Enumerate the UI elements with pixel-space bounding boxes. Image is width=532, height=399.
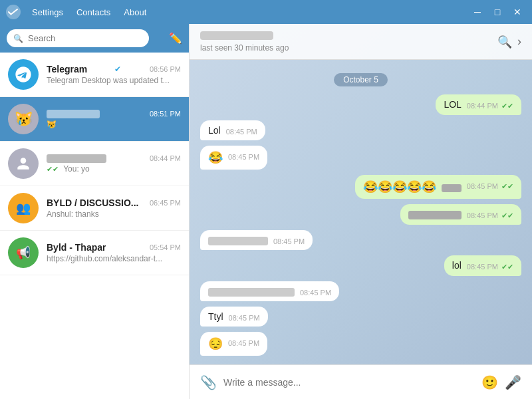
- chat-name-byld-group: BYLD / DISCUSSIO...: [47, 198, 138, 208]
- date-divider: October 5: [200, 73, 521, 85]
- chat-name-blurred2: [47, 154, 106, 163]
- chat-header-byld-channel: Byld - Thapar 05:54 PM: [47, 242, 181, 253]
- bubble-time: 08:45 PM ✔✔: [467, 263, 513, 271]
- emoji-picker-icon[interactable]: 🙂: [481, 374, 498, 390]
- message-row: 08:45 PM: [200, 230, 521, 250]
- contact-name-blurred: [200, 31, 273, 40]
- avatar-blurred2: [8, 148, 39, 179]
- bubble-sad-emoji: 😔 08:45 PM: [200, 332, 267, 356]
- search-bar: 🔍 ✏️: [0, 24, 189, 53]
- chat-item-blurred2[interactable]: 08:44 PM ✔✔ You: yo: [0, 142, 189, 186]
- chat-time-telegram: 08:56 PM: [150, 65, 181, 73]
- bubble-time: 08:45 PM: [228, 153, 259, 161]
- chat-header-info: last seen 30 minutes ago: [200, 31, 497, 53]
- bubble-blurred-incoming: 08:45 PM: [200, 230, 313, 250]
- chat-content-byld-channel: Byld - Thapar 05:54 PM https://github.co…: [47, 242, 181, 263]
- window-controls: ─ □ ✕: [468, 3, 527, 21]
- bubble-time: 08:45 PM: [229, 314, 260, 322]
- more-options-button[interactable]: ›: [517, 35, 521, 49]
- menu-bar: Settings Contacts About: [27, 5, 152, 20]
- chat-content-blurred1: 08:51 PM 😿: [47, 110, 181, 129]
- read-receipt-icon: ✔✔: [47, 165, 59, 173]
- messages-area: October 5 LOL 08:44 PM ✔✔ Lol 08:45 PM: [190, 60, 532, 364]
- voice-record-icon[interactable]: 🎤: [505, 374, 521, 390]
- date-label: October 5: [334, 73, 388, 86]
- app-logo: [5, 4, 21, 20]
- chat-content-blurred2: 08:44 PM ✔✔ You: yo: [47, 154, 181, 174]
- sidebar: 🔍 ✏️ Telegram ✔ 08:56 PM: [0, 24, 190, 399]
- blurred-content: [208, 237, 268, 245]
- input-bar: 📎 🙂 🎤: [190, 364, 532, 399]
- chat-header-actions: 🔍 ›: [497, 35, 521, 49]
- chat-header-telegram: Telegram ✔ 08:56 PM: [47, 64, 181, 74]
- chat-content-byld-group: BYLD / DISCUSSIO... 06:45 PM Anshul: tha…: [47, 198, 181, 219]
- chat-name-telegram: Telegram: [47, 64, 87, 74]
- message-input[interactable]: [223, 377, 475, 388]
- chat-header-blurred2: 08:44 PM: [47, 154, 181, 163]
- chat-name-byld-channel: Byld - Thapar: [47, 242, 106, 253]
- main-area: 🔍 ✏️ Telegram ✔ 08:56 PM: [0, 24, 532, 399]
- close-button[interactable]: ✕: [508, 3, 527, 21]
- avatar-telegram: [8, 59, 39, 90]
- message-row: 😂😂😂😂😂 08:45 PM ✔✔: [200, 175, 521, 199]
- message-row: 08:45 PM ✔✔: [200, 204, 521, 225]
- bubble-blurred-long: 08:45 PM: [200, 281, 339, 301]
- menu-contacts[interactable]: Contacts: [71, 5, 116, 20]
- chat-item-byld-channel[interactable]: 📢 Byld - Thapar 05:54 PM https://github.…: [0, 231, 189, 275]
- menu-settings[interactable]: Settings: [27, 5, 68, 20]
- chat-preview-byld-group: Anshul: thanks: [47, 209, 181, 219]
- chat-preview-blurred1: 😿: [47, 120, 181, 129]
- bubble-ttyl: Ttyl 08:45 PM: [200, 307, 268, 327]
- menu-about[interactable]: About: [118, 5, 152, 20]
- chat-header-byld-group: BYLD / DISCUSSIO... 06:45 PM: [47, 198, 181, 208]
- minimize-button[interactable]: ─: [468, 3, 487, 21]
- search-chat-button[interactable]: 🔍: [497, 35, 512, 49]
- chat-header-blurred1: 08:51 PM: [47, 110, 181, 118]
- avatar-byld-channel: 📢: [8, 237, 39, 268]
- search-input[interactable]: [7, 29, 149, 47]
- bubble-lol: LOL 08:44 PM ✔✔: [436, 94, 521, 115]
- message-row: Ttyl 08:45 PM: [200, 307, 521, 327]
- bubble-time: 08:45 PM: [228, 339, 259, 347]
- bubble-lol-incoming: Lol 08:45 PM: [200, 120, 265, 140]
- blurred-suffix: [442, 184, 462, 192]
- bubble-time: 08:45 PM: [300, 289, 331, 297]
- message-row: 😔 08:45 PM: [200, 332, 521, 356]
- message-row: 08:45 PM: [200, 281, 521, 301]
- chat-status: last seen 30 minutes ago: [200, 43, 497, 53]
- maximize-button[interactable]: □: [488, 3, 507, 21]
- chat-time-blurred1: 08:51 PM: [150, 110, 181, 118]
- message-row: lol 08:45 PM ✔✔: [200, 255, 521, 276]
- bubble-time: 08:45 PM ✔✔: [467, 211, 513, 220]
- compose-icon[interactable]: ✏️: [169, 32, 182, 45]
- chat-time-byld-channel: 05:54 PM: [150, 243, 181, 251]
- message-row: Lol 08:45 PM: [200, 120, 521, 140]
- bubble-time: 08:45 PM: [226, 128, 257, 136]
- chat-name-blurred1: [47, 110, 100, 118]
- bubble-time: 08:44 PM ✔✔: [467, 102, 513, 110]
- chat-time-byld-group: 06:45 PM: [150, 199, 181, 207]
- blurred-content: [208, 288, 295, 297]
- bubble-time: 08:45 PM: [273, 237, 305, 245]
- message-row: 😂 08:45 PM: [200, 146, 521, 170]
- chat-content-telegram: Telegram ✔ 08:56 PM Telegram Desktop was…: [47, 64, 181, 85]
- chat-item-byld-group[interactable]: 👥 BYLD / DISCUSSIO... 06:45 PM Anshul: t…: [0, 186, 189, 231]
- blurred-content: [408, 211, 462, 219]
- avatar-blurred1: 😿: [8, 104, 39, 134]
- chat-time-blurred2: 08:44 PM: [150, 154, 181, 162]
- bubble-emoji-incoming: 😂 08:45 PM: [200, 146, 267, 170]
- bubble-emoji-outgoing: 😂😂😂😂😂 08:45 PM ✔✔: [355, 175, 521, 199]
- search-icon: 🔍: [13, 34, 23, 43]
- chat-header-bar: last seen 30 minutes ago 🔍 ›: [190, 24, 532, 60]
- attach-icon[interactable]: 📎: [200, 374, 217, 390]
- bubble-lol2-outgoing: lol 08:45 PM ✔✔: [444, 255, 521, 276]
- chat-list: Telegram ✔ 08:56 PM Telegram Desktop was…: [0, 53, 189, 399]
- bubble-time: 08:45 PM ✔✔: [467, 182, 513, 191]
- verified-badge: ✔: [114, 65, 121, 74]
- chat-item-telegram[interactable]: Telegram ✔ 08:56 PM Telegram Desktop was…: [0, 53, 189, 97]
- chat-item-blurred1[interactable]: 😿 08:51 PM 😿: [0, 97, 189, 142]
- chat-window: last seen 30 minutes ago 🔍 › October 5 L…: [190, 24, 532, 399]
- search-container: 🔍: [7, 29, 164, 47]
- chat-preview-byld-channel: https://github.com/aleksandar-t...: [47, 254, 181, 263]
- title-bar: Settings Contacts About ─ □ ✕: [0, 0, 532, 24]
